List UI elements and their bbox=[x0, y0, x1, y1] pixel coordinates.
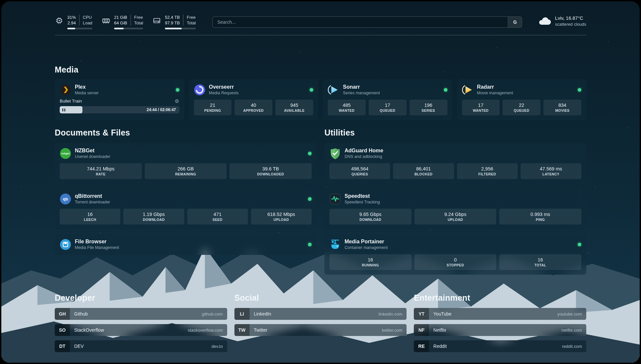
bookmark-abbr: YT bbox=[414, 308, 429, 320]
service-description: DNS and adblocking bbox=[345, 154, 383, 159]
bookmark-url: netflix.com bbox=[562, 328, 582, 333]
now-playing-title: Bullet Train bbox=[60, 99, 82, 104]
service-description: Container management bbox=[345, 245, 388, 250]
pause-icon[interactable] bbox=[62, 108, 65, 111]
search-provider-button[interactable]: G bbox=[508, 17, 522, 27]
service-description: Media File Management bbox=[75, 245, 119, 250]
stat-downloaded: 39.6 TB DOWNLOADED bbox=[229, 163, 312, 179]
bookmark-group-entertainment: Entertainment YT YouTube youtube.com NF … bbox=[414, 293, 586, 352]
service-card-sonarr[interactable]: Sonarr Series management 485 WANTED 17 Q… bbox=[323, 79, 452, 120]
bookmark-url: linkedin.com bbox=[379, 312, 402, 317]
playback-time: 24:44 / 02:06:47 bbox=[147, 106, 176, 113]
bookmark-dev[interactable]: DT DEV dev.to bbox=[55, 340, 227, 352]
service-card-adguard[interactable]: AdGuard Home DNS and adblocking 498,564 … bbox=[324, 143, 586, 184]
service-card-overseerr[interactable]: Overseerr Media Requests 21 PENDING 40 A… bbox=[189, 79, 319, 120]
service-card-radarr[interactable]: Radarr Movie management 17 WANTED 22 QUE… bbox=[457, 79, 587, 120]
service-name: Speedtest bbox=[345, 193, 380, 199]
weather-location: Lviv, 16.87°C bbox=[555, 15, 586, 21]
bookmark-reddit[interactable]: RE Reddit reddit.com bbox=[414, 340, 586, 352]
stat-download: 1.19 Gbps DOWNLOAD bbox=[123, 209, 184, 225]
stat-movies: 834 MOVIES bbox=[543, 100, 581, 115]
stat-upload: 618.52 Mbps UPLOAD bbox=[251, 209, 312, 225]
disk-icon bbox=[152, 16, 161, 25]
bookmark-abbr: DT bbox=[55, 340, 70, 352]
stat-stopped: 0 STOPPED bbox=[414, 254, 497, 270]
gear-icon[interactable]: ⚙ bbox=[175, 99, 179, 104]
stat-approved: 40 APPROVED bbox=[234, 100, 272, 115]
cpu-progress-fill bbox=[67, 28, 75, 29]
disk-progress-fill bbox=[165, 28, 182, 29]
bookmark-url: reddit.com bbox=[562, 344, 582, 349]
stat-filtered: 2,956 FILTERED bbox=[457, 163, 518, 179]
stat-available: 945 AVAILABLE bbox=[275, 100, 313, 115]
service-card-plex[interactable]: Plex Media server Bullet Train ⚙ 24:44 /… bbox=[55, 79, 184, 120]
search-bar[interactable]: G bbox=[212, 16, 522, 28]
radarr-icon bbox=[462, 84, 473, 96]
memory-progress-track bbox=[114, 28, 143, 29]
service-card-qbittorrent[interactable]: qb qBittorrent Torrent downloader 16 LEE… bbox=[55, 188, 317, 229]
playback-progress-bar[interactable]: 24:44 / 02:06:47 bbox=[60, 106, 179, 113]
service-description: Series management bbox=[343, 90, 380, 96]
service-name: Overseerr bbox=[209, 84, 239, 90]
bookmark-twitter[interactable]: TW Twitter twitter.com bbox=[234, 324, 407, 336]
stat-total: 16 TOTAL bbox=[499, 254, 581, 270]
service-name: qBittorrent bbox=[75, 193, 110, 199]
bookmark-name: StackOverflow bbox=[74, 327, 104, 333]
speedtest-icon bbox=[329, 193, 341, 205]
svg-text:qb: qb bbox=[63, 197, 68, 201]
section-title-media: Media bbox=[55, 65, 586, 75]
cpu-icon bbox=[55, 16, 64, 25]
bookmark-name: YouTube bbox=[433, 311, 451, 317]
service-card-speedtest[interactable]: Speedtest Speedtest Tracking 9.65 Gbps D… bbox=[324, 188, 586, 229]
stat-seed: 471 SEED bbox=[187, 209, 248, 225]
cpu-load-value: 2.94 bbox=[68, 20, 76, 26]
stat-queries: 498,564 QUERIES bbox=[329, 163, 390, 179]
memory-free-label: Free bbox=[134, 15, 143, 20]
documents-column: Documents & Files nzbget NZBGet Usenet d… bbox=[55, 128, 317, 275]
bookmark-name: Github bbox=[74, 311, 88, 317]
stat-blocked: 86,401 BLOCKED bbox=[393, 163, 454, 179]
qbittorrent-icon: qb bbox=[60, 193, 71, 205]
status-dot bbox=[308, 197, 312, 201]
bookmark-youtube[interactable]: YT YouTube youtube.com bbox=[414, 308, 586, 320]
bookmark-group-developer: Developer GH Github github.com SO StackO… bbox=[55, 293, 227, 352]
cpu-load-label: Load bbox=[83, 20, 92, 26]
disk-widget: 52.4 TB 97.9 TB Free Total bbox=[152, 15, 196, 29]
cloud-icon bbox=[538, 16, 551, 26]
memory-total-label: Total bbox=[134, 20, 143, 26]
cpu-widget: 31% 2.94 CPU Load bbox=[55, 15, 92, 29]
stat-leech: 16 LEECH bbox=[60, 209, 120, 225]
bookmark-github[interactable]: GH Github github.com bbox=[55, 308, 227, 320]
service-description: Speedtest Tracking bbox=[345, 199, 380, 205]
disk-total-value: 97.9 TB bbox=[165, 20, 180, 26]
service-card-portainer[interactable]: Media Portainer Container management 16 … bbox=[324, 234, 586, 275]
topbar: 31% 2.94 CPU Load bbox=[55, 1, 586, 29]
snow-specks bbox=[1, 1, 2, 2]
svg-text:nzbget: nzbget bbox=[61, 152, 70, 155]
disk-total-label: Total bbox=[187, 20, 196, 26]
bookmark-stackoverflow[interactable]: SO StackOverflow stackoverflow.com bbox=[55, 324, 227, 336]
bookmark-abbr: NF bbox=[414, 324, 429, 336]
bookmark-group-social: Social LI LinkedIn linkedin.com TW Twitt… bbox=[234, 293, 407, 352]
stat-latency: 47.569 ms LATENCY bbox=[521, 163, 581, 179]
service-card-nzbget[interactable]: nzbget NZBGet Usenet downloader 744.21 M… bbox=[55, 143, 317, 184]
status-dot bbox=[308, 152, 312, 155]
service-name: AdGuard Home bbox=[345, 147, 383, 154]
search-input[interactable] bbox=[213, 19, 508, 25]
section-title-social: Social bbox=[234, 293, 407, 303]
status-dot bbox=[578, 88, 581, 92]
stat-remaining: 266 GB REMAINING bbox=[145, 163, 227, 179]
bookmark-url: stackoverflow.com bbox=[188, 328, 223, 333]
filebrowser-icon bbox=[60, 239, 71, 250]
bookmark-linkedin[interactable]: LI LinkedIn linkedin.com bbox=[234, 308, 407, 320]
stat-queued: 22 QUEUED bbox=[503, 100, 540, 115]
section-title-entertainment: Entertainment bbox=[414, 293, 586, 303]
adguard-icon bbox=[329, 148, 341, 159]
service-card-filebrowser[interactable]: File Browser Media File Management bbox=[55, 234, 317, 255]
bookmark-netflix[interactable]: NF Netflix netflix.com bbox=[414, 324, 586, 336]
service-description: Torrent downloader bbox=[75, 199, 110, 205]
bookmark-url: github.com bbox=[202, 312, 223, 317]
sonarr-icon bbox=[328, 84, 339, 96]
section-title-utilities: Utilities bbox=[324, 128, 586, 137]
status-dot bbox=[310, 88, 313, 92]
